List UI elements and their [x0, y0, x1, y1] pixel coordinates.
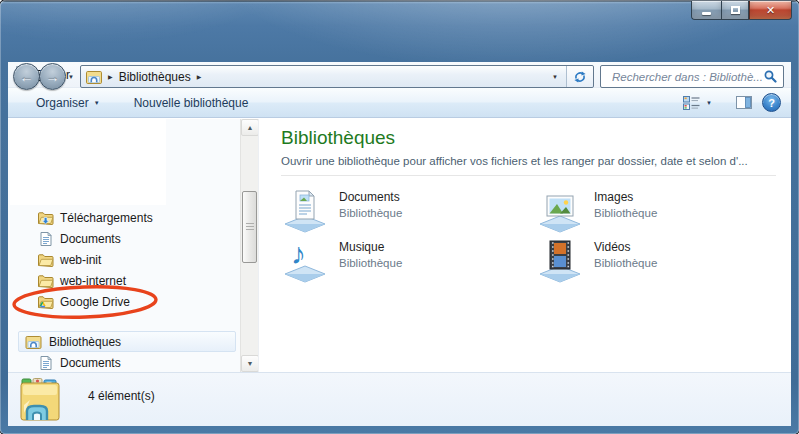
history-dropdown[interactable]: ▼ — [68, 74, 74, 80]
download-folder-icon — [37, 210, 54, 226]
sidebar-item-bibliotheques[interactable]: Bibliothèques — [18, 331, 236, 352]
breadcrumb-arrow-icon[interactable]: ▶ — [191, 73, 208, 80]
breadcrumb-item-libraries[interactable]: Bibliothèques — [119, 70, 191, 84]
minimize-icon — [702, 12, 711, 15]
content-area: Téléchargements Documents web-ini — [8, 119, 791, 372]
window-controls: ✕ — [691, 1, 792, 20]
help-button[interactable]: ? — [762, 93, 781, 112]
search-icon[interactable] — [764, 70, 777, 83]
scroll-up-icon: ▲ — [247, 124, 254, 131]
explorer-window: ✕ ← → ▼ ▶ Bibliothèques ▶ ▼ — [0, 0, 799, 434]
document-icon — [37, 231, 54, 247]
forward-button[interactable]: → — [39, 63, 66, 90]
close-icon: ✕ — [766, 5, 775, 16]
folder-icon — [37, 273, 54, 289]
sidebar-item-web-internet[interactable]: web-internet — [8, 270, 240, 291]
minimize-button[interactable] — [691, 1, 721, 20]
library-tile-videos[interactable]: Vidéos Bibliothèque — [536, 235, 786, 285]
item-count: 4 élément(s) — [88, 389, 155, 403]
forward-icon: → — [46, 70, 60, 84]
refresh-button[interactable] — [567, 66, 593, 87]
navigation-pane: Téléchargements Documents web-ini — [8, 119, 240, 372]
search-input[interactable] — [610, 70, 764, 84]
new-library-button[interactable]: Nouvelle bibliothèque — [126, 92, 257, 114]
images-library-icon — [536, 185, 584, 233]
views-icon[interactable] — [683, 96, 700, 110]
page-subtitle: Ouvrir une bibliothèque pour afficher vo… — [281, 155, 748, 167]
scrollbar-thumb[interactable] — [242, 191, 257, 263]
sidebar-item-web-init[interactable]: web-init — [8, 249, 240, 270]
scroll-down-icon: ▼ — [247, 360, 254, 367]
blank-overlay — [10, 119, 166, 205]
maximize-button[interactable] — [721, 1, 749, 20]
videos-library-icon — [536, 235, 584, 283]
libraries-icon — [25, 334, 42, 350]
back-button[interactable]: ← — [13, 63, 40, 90]
divider — [281, 175, 776, 176]
organize-button[interactable]: Organiser▼ — [28, 92, 108, 114]
address-bar[interactable]: ▶ Bibliothèques ▶ ▼ — [80, 65, 594, 88]
document-icon — [37, 355, 54, 371]
close-button[interactable]: ✕ — [749, 1, 792, 20]
folder-icon — [37, 252, 54, 268]
page-title: Bibliothèques — [281, 127, 395, 149]
library-tile-musique[interactable]: ♪ Musique Bibliothèque — [281, 235, 531, 285]
sidebar-item-documents-library[interactable]: Documents — [8, 352, 240, 372]
views-dropdown-icon[interactable]: ▼ — [706, 100, 712, 106]
libraries-icon — [86, 70, 102, 84]
back-icon: ← — [20, 70, 34, 84]
scrollbar-grip-icon — [246, 223, 254, 231]
music-note-icon: ♪ — [291, 237, 306, 271]
status-bar: 4 élément(s) — [8, 372, 791, 426]
maximize-icon — [731, 6, 740, 14]
scroll-up-button[interactable]: ▲ — [241, 119, 259, 136]
address-dropdown-icon[interactable]: ▼ — [544, 74, 566, 80]
sidebar-scrollbar[interactable]: ▲ ▼ — [240, 119, 258, 372]
help-icon: ? — [768, 97, 775, 109]
google-drive-folder-icon — [37, 294, 54, 310]
toolbar-right-group: ▼ ? — [683, 93, 781, 112]
refresh-icon — [573, 70, 587, 84]
library-tile-images[interactable]: Images Bibliothèque — [536, 185, 786, 235]
sidebar-item-telechargements[interactable]: Téléchargements — [8, 207, 240, 228]
scroll-down-button[interactable]: ▼ — [241, 355, 259, 372]
sidebar-item-documents[interactable]: Documents — [8, 228, 240, 249]
navigation-bar: ← → ▼ ▶ Bibliothèques ▶ ▼ — [0, 30, 799, 62]
sidebar-item-google-drive[interactable]: Google Drive — [8, 291, 240, 312]
organize-dropdown-icon: ▼ — [94, 100, 100, 106]
window-body: Fichier Edition Affichage Outils ? Organ… — [8, 62, 791, 426]
documents-library-icon — [281, 185, 329, 233]
library-tile-documents[interactable]: Documents Bibliothèque — [281, 185, 531, 235]
preview-pane-icon[interactable] — [736, 96, 752, 109]
search-box — [600, 65, 784, 88]
libraries-large-icon — [17, 376, 65, 424]
breadcrumb-arrow-icon[interactable]: ▶ — [102, 73, 119, 80]
files-pane: Bibliothèques Ouvrir une bibliothèque po… — [258, 119, 791, 372]
command-toolbar: Organiser▼ Nouvelle bibliothèque ▼ — [8, 88, 791, 118]
